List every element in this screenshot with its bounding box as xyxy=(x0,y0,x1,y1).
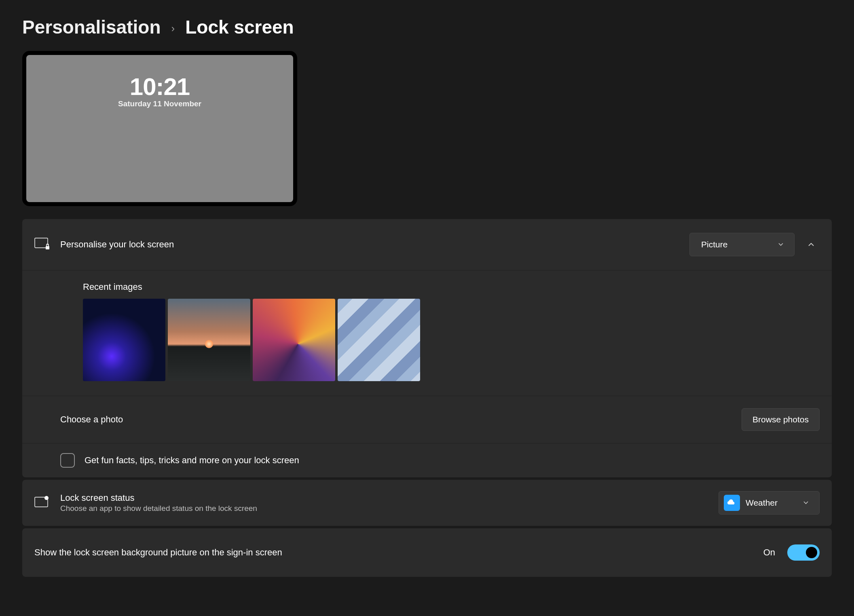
breadcrumb-parent[interactable]: Personalisation xyxy=(22,16,161,38)
recent-thumb-3[interactable] xyxy=(253,299,335,381)
svg-rect-2 xyxy=(46,246,49,249)
lock-screen-preview: 10:21 Saturday 11 November xyxy=(22,51,297,206)
weather-icon xyxy=(724,495,740,511)
signin-bg-label: Show the lock screen background picture … xyxy=(34,547,763,558)
recent-images xyxy=(83,299,820,381)
recent-images-heading: Recent images xyxy=(83,282,820,292)
breadcrumb: Personalisation › Lock screen xyxy=(22,16,832,38)
collapse-button[interactable] xyxy=(803,236,820,253)
breadcrumb-current: Lock screen xyxy=(185,16,294,38)
image-lock-icon xyxy=(34,237,50,252)
status-dropdown[interactable]: Weather xyxy=(719,491,820,515)
fun-facts-label: Get fun facts, tips, tricks and more on … xyxy=(85,455,299,466)
fun-facts-checkbox[interactable] xyxy=(60,453,75,468)
chevron-right-icon: › xyxy=(171,22,175,35)
status-subtitle: Choose an app to show detailed status on… xyxy=(60,504,719,513)
image-notify-icon xyxy=(34,496,50,511)
dropdown-value: Weather xyxy=(746,498,778,508)
chevron-down-icon xyxy=(778,241,784,248)
svg-point-4 xyxy=(44,496,49,500)
browse-photos-button[interactable]: Browse photos xyxy=(742,408,820,431)
status-title: Lock screen status xyxy=(60,493,719,503)
preview-date: Saturday 11 November xyxy=(118,99,201,108)
personalise-title: Personalise your lock screen xyxy=(60,239,689,250)
personalise-header-row[interactable]: Personalise your lock screen Picture xyxy=(22,219,832,270)
personalise-card: Personalise your lock screen Picture Rec… xyxy=(22,219,832,477)
dropdown-value: Picture xyxy=(701,240,727,249)
preview-time: 10:21 xyxy=(130,73,190,101)
status-card: Lock screen status Choose an app to show… xyxy=(22,480,832,526)
signin-bg-card: Show the lock screen background picture … xyxy=(22,528,832,577)
recent-thumb-1[interactable] xyxy=(83,299,165,381)
recent-thumb-4[interactable] xyxy=(338,299,420,381)
choose-photo-label: Choose a photo xyxy=(60,414,742,425)
personalise-dropdown[interactable]: Picture xyxy=(689,233,795,256)
toggle-knob xyxy=(806,547,817,558)
chevron-down-icon xyxy=(803,500,809,506)
signin-bg-row[interactable]: Show the lock screen background picture … xyxy=(22,528,832,577)
recent-thumb-2[interactable] xyxy=(168,299,250,381)
toggle-state-label: On xyxy=(763,547,775,558)
signin-bg-toggle[interactable] xyxy=(787,544,820,561)
status-row[interactable]: Lock screen status Choose an app to show… xyxy=(22,480,832,526)
